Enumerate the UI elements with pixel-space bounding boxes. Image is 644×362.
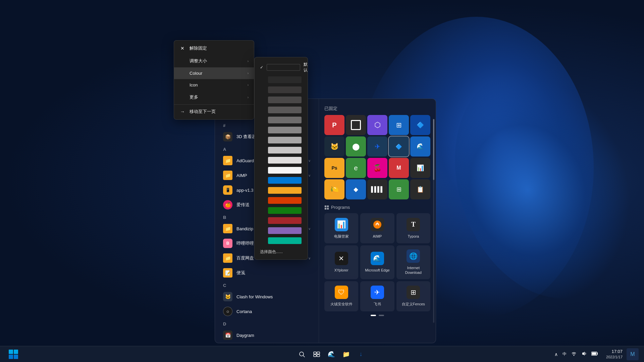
program-typora[interactable]: T Typora — [396, 213, 430, 243]
ctx-more[interactable]: 更多 › — [174, 91, 254, 104]
svg-point-5 — [300, 352, 304, 356]
explorer-icon: 📁 — [342, 351, 350, 358]
pinned-unknown4[interactable]: 📋 — [410, 179, 430, 199]
color-swatch — [268, 86, 302, 93]
pinned-blue5[interactable]: 🔷 — [410, 115, 430, 135]
program-idownload[interactable]: 🌐 Internet Download — [396, 245, 430, 279]
color-orange[interactable] — [257, 195, 305, 205]
ctx-label: Colour — [190, 71, 202, 76]
program-xyplorer[interactable]: ✕ XYplorer — [324, 245, 358, 279]
taskbar-clock[interactable]: 17:07 2022/1/17 — [606, 349, 623, 360]
pinned-unknown3[interactable]: 📊 — [410, 158, 430, 178]
ctx-unpin[interactable]: ✕ 解除固定 — [174, 42, 254, 55]
app-list-item-daygram[interactable]: 📅 Daygram — [219, 328, 315, 343]
color-dark3[interactable] — [257, 95, 305, 105]
program-aimp[interactable]: AIMP — [360, 213, 394, 243]
windows-logo[interactable] — [8, 349, 19, 360]
ctx-icon[interactable]: Icon › — [174, 79, 254, 91]
search-icon — [299, 351, 305, 358]
color-teal[interactable] — [257, 236, 305, 246]
pinned-cherry[interactable]: 🍒 — [367, 158, 387, 178]
right-panel: 已固定 P ⬡ ⊞ 🔷 🐱 ⬤ — [319, 99, 436, 343]
taskbar-edge[interactable]: 🌊 — [325, 348, 338, 361]
svg-rect-7 — [314, 352, 316, 354]
program-msedge[interactable]: 🌊 Microsoft Edge — [360, 245, 394, 279]
pinned-powerpoint[interactable]: P — [324, 115, 344, 135]
taskbar-taskview[interactable] — [310, 348, 323, 361]
ctx-colour[interactable]: Colour › — [174, 67, 254, 79]
pinned-msstore[interactable]: ⊞ — [389, 115, 409, 135]
win-logo-area — [0, 349, 27, 360]
pinned-clash[interactable]: 🐱 — [324, 136, 344, 157]
color-light1[interactable] — [257, 145, 305, 155]
program-fences[interactable]: ⊞ 自定义Fences — [396, 281, 430, 311]
color-darkred[interactable] — [257, 216, 305, 226]
volume-icon — [581, 351, 587, 356]
program-feishu[interactable]: ✈ 飞书 — [360, 281, 394, 311]
taskbar-search[interactable] — [295, 348, 309, 361]
color-default[interactable]: ✓ 默认 — [257, 60, 305, 75]
dot-2[interactable] — [379, 315, 384, 316]
color-swatch — [268, 137, 302, 143]
dot-1[interactable] — [371, 315, 376, 316]
pinned-barcode[interactable]: ▌▌▌▌ — [367, 179, 387, 199]
ctx-resize[interactable]: 调整大小 › — [174, 55, 254, 67]
scroll-indicator[interactable] — [433, 119, 434, 323]
aichuansong-icon: 🍊 — [223, 200, 232, 209]
tray-chevron[interactable]: ∧ — [553, 350, 559, 358]
expand-arrow: ∨ — [308, 227, 311, 231]
color-pick-btn[interactable]: 选择颜色...... — [257, 247, 305, 257]
pinned-unknown[interactable]: 🔷 — [389, 136, 409, 157]
app-list-item-cortana[interactable]: ○ Cortana — [219, 304, 315, 319]
color-mid3[interactable] — [257, 135, 305, 145]
color-purple[interactable] — [257, 226, 305, 236]
color-swatch — [268, 76, 302, 83]
app-name: AIMP — [236, 173, 247, 178]
msedge-icon: 🌊 — [371, 252, 384, 265]
ctx-movenext[interactable]: → 移动至下一页 — [174, 105, 254, 118]
color-dark1[interactable] — [257, 75, 305, 85]
program-name: 飞书 — [374, 302, 381, 306]
pinned-blue6[interactable]: ◆ — [346, 179, 366, 199]
tray-lang[interactable]: 中 — [561, 350, 568, 358]
appv13-icon: 📱 — [223, 185, 232, 195]
tray-battery[interactable] — [590, 350, 599, 358]
lemmon-icon: 🍋 — [330, 185, 339, 193]
color-dark2[interactable] — [257, 85, 305, 95]
tray-volume[interactable] — [580, 350, 588, 359]
app-name: Daygram — [236, 333, 254, 338]
color-mid1[interactable] — [257, 115, 305, 125]
svg-marker-12 — [582, 352, 585, 356]
color-mid2[interactable] — [257, 125, 305, 135]
pinned-chrome[interactable]: ⬤ — [346, 136, 366, 157]
program-diannaoguanjia[interactable]: 📊 电脑管家 — [324, 213, 358, 243]
pinned-purple[interactable]: ⬡ — [367, 115, 387, 135]
unknown4-icon: 📋 — [417, 186, 424, 193]
taskbar-explorer[interactable]: 📁 — [339, 348, 353, 361]
app-list-item-ditu[interactable]: 📍 地图 — [219, 343, 315, 343]
pinned-square[interactable] — [346, 115, 366, 135]
color-dark4[interactable] — [257, 105, 305, 115]
pinned-grid[interactable]: ⊞ — [389, 179, 409, 199]
pinned-lemmon[interactable]: 🍋 — [324, 179, 344, 199]
pinned-miito[interactable]: M — [389, 158, 409, 178]
tray-wifi[interactable] — [570, 350, 578, 359]
pinned-edge[interactable]: e — [346, 158, 366, 178]
app-list-item-clash[interactable]: 🐱 Clash for Windows — [219, 289, 315, 304]
pinned-photoshop[interactable]: Ps — [324, 158, 344, 178]
color-blue[interactable] — [257, 175, 305, 185]
taskbar-idownload[interactable]: ↓ — [354, 348, 368, 361]
context-menu: ✕ 解除固定 调整大小 › Colour › Icon › 更多 › → 移动至… — [174, 40, 254, 120]
corner-app-icon[interactable]: M — [627, 348, 639, 360]
program-name: 电脑管家 — [334, 234, 349, 239]
unknown3-icon: 📊 — [417, 164, 424, 172]
color-green[interactable] — [257, 205, 305, 216]
program-huorong[interactable]: 🛡 火绒安全软件 — [324, 281, 358, 311]
app-list-item-bianjian[interactable]: 📝 便笺 — [219, 265, 315, 280]
pinned-feishu[interactable]: ✈ — [367, 136, 387, 157]
color-yellow[interactable] — [257, 185, 305, 195]
color-white[interactable] — [257, 165, 305, 175]
start-menu: Q Qwerty Learner # 📦 3D 查看器 A 📁 AdGuard … — [215, 99, 436, 343]
color-light2[interactable] — [257, 155, 305, 165]
pinned-unknown2[interactable]: 🌊 — [410, 136, 430, 157]
